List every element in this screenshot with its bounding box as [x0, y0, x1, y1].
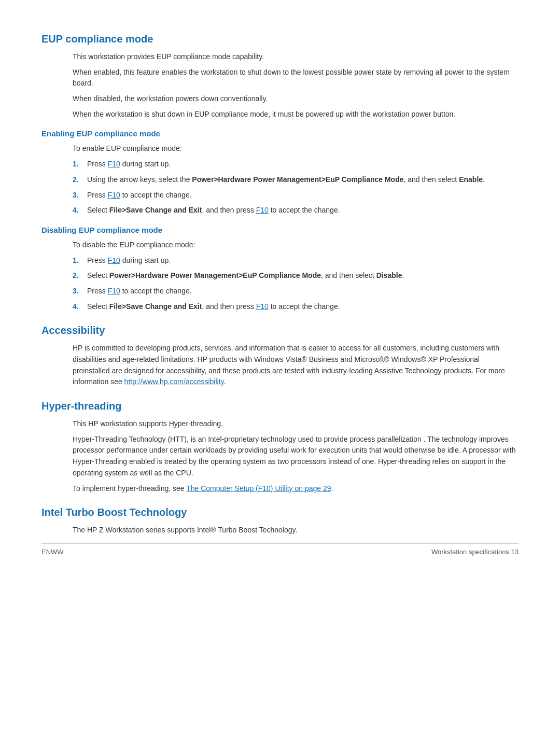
footer-right: Workstation specifications 13	[431, 548, 519, 556]
disabling-intro: To disable the EUP compliance mode:	[41, 240, 519, 251]
step-num: 1.	[73, 255, 83, 266]
step-text: Select Power>Hardware Power Management>E…	[87, 270, 404, 282]
step-text: Press F10 to accept the change.	[87, 286, 192, 297]
step-text: Press F10 during start up.	[87, 255, 171, 266]
f10-link[interactable]: F10	[108, 160, 120, 168]
enabling-intro: To enable EUP compliance mode:	[41, 143, 519, 154]
section-hyper-threading: Hyper-threading This HP workstation supp…	[41, 400, 519, 494]
step-num: 4.	[73, 301, 83, 313]
eup-para-2: When enabled, this feature enables the w…	[73, 67, 519, 89]
section-title-eup: EUP compliance mode	[41, 33, 519, 45]
disabling-step-3: 3. Press F10 to accept the change.	[73, 286, 519, 297]
step-num: 2.	[73, 174, 83, 186]
subsection-title-enabling: Enabling EUP compliance mode	[41, 129, 519, 138]
step-num: 1.	[73, 159, 83, 170]
eup-intro-paragraphs: This workstation provides EUP compliance…	[41, 51, 519, 120]
disabling-step-4: 4. Select File>Save Change and Exit, and…	[73, 301, 519, 313]
eup-para-3: When disabled, the workstation powers do…	[73, 93, 519, 105]
accessibility-content: HP is committed to developing products, …	[41, 343, 519, 388]
page-footer: ENWW Workstation specifications 13	[41, 543, 519, 556]
disabling-step-2: 2. Select Power>Hardware Power Managemen…	[73, 270, 519, 282]
f10-link[interactable]: F10	[108, 287, 120, 295]
intel-turbo-content: The HP Z Workstation series supports Int…	[41, 525, 519, 536]
disabling-step-1: 1. Press F10 during start up.	[73, 255, 519, 266]
step-num: 2.	[73, 270, 83, 282]
hyper-para-2: Hyper-Threading Technology (HTT), is an …	[73, 434, 519, 479]
subsection-disabling-eup: Disabling EUP compliance mode To disable…	[41, 226, 519, 312]
enabling-steps-list: 1. Press F10 during start up. 2. Using t…	[41, 159, 519, 216]
f10-link[interactable]: F10	[108, 191, 120, 199]
step-num: 3.	[73, 286, 83, 297]
step-num: 4.	[73, 205, 83, 216]
disabling-steps-list: 1. Press F10 during start up. 2. Select …	[41, 255, 519, 313]
disabling-intro-text: To disable the EUP compliance mode:	[73, 240, 519, 251]
computer-setup-link[interactable]: The Computer Setup (F10) Utility on page…	[186, 484, 331, 493]
footer-left: ENWW	[41, 548, 64, 556]
step-text: Select File>Save Change and Exit, and th…	[87, 205, 340, 216]
f10-link[interactable]: F10	[256, 302, 269, 311]
step-text: Press F10 to accept the change.	[87, 190, 192, 201]
eup-para-4: When the workstation is shut down in EUP…	[73, 109, 519, 120]
page: EUP compliance mode This workstation pro…	[0, 0, 560, 571]
f10-link[interactable]: F10	[108, 256, 120, 264]
hyper-para-1: This HP workstation supports Hyper-threa…	[73, 418, 519, 430]
section-title-hyper-threading: Hyper-threading	[41, 400, 519, 412]
section-intel-turbo: Intel Turbo Boost Technology The HP Z Wo…	[41, 507, 519, 536]
hyper-para-3: To implement hyper-threading, see The Co…	[73, 483, 519, 495]
step-text: Select File>Save Change and Exit, and th…	[87, 301, 340, 313]
section-accessibility: Accessibility HP is committed to develop…	[41, 325, 519, 388]
step-text: Press F10 during start up.	[87, 159, 171, 170]
subsection-title-disabling: Disabling EUP compliance mode	[41, 226, 519, 234]
hyper-threading-content: This HP workstation supports Hyper-threa…	[41, 418, 519, 494]
enabling-step-4: 4. Select File>Save Change and Exit, and…	[73, 205, 519, 216]
eup-para-1: This workstation provides EUP compliance…	[73, 51, 519, 63]
step-num: 3.	[73, 190, 83, 201]
enabling-step-2: 2. Using the arrow keys, select the Powe…	[73, 174, 519, 186]
section-title-intel-turbo: Intel Turbo Boost Technology	[41, 507, 519, 518]
subsection-enabling-eup: Enabling EUP compliance mode To enable E…	[41, 129, 519, 216]
section-eup-compliance: EUP compliance mode This workstation pro…	[41, 33, 519, 312]
enabling-intro-text: To enable EUP compliance mode:	[73, 143, 519, 154]
enabling-step-3: 3. Press F10 to accept the change.	[73, 190, 519, 201]
step-text: Using the arrow keys, select the Power>H…	[87, 174, 485, 186]
accessibility-link[interactable]: http://www.hp.com/accessibility	[124, 377, 224, 386]
section-title-accessibility: Accessibility	[41, 325, 519, 336]
accessibility-para: HP is committed to developing products, …	[73, 343, 519, 388]
intel-turbo-para: The HP Z Workstation series supports Int…	[73, 525, 519, 536]
f10-link[interactable]: F10	[256, 206, 269, 214]
enabling-step-1: 1. Press F10 during start up.	[73, 159, 519, 170]
